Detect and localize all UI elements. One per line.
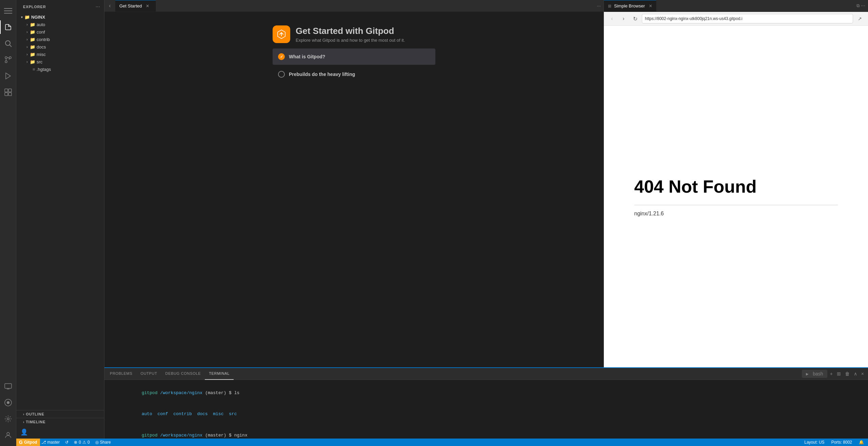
remote-explorer-button[interactable]: [0, 378, 16, 394]
sidebar-header-actions: ···: [96, 4, 100, 10]
terminal-kill-button[interactable]: 🗑: [844, 370, 851, 377]
account-item[interactable]: 👤: [16, 428, 104, 436]
explorer-button[interactable]: [0, 19, 16, 35]
gs-item-prebuilds[interactable]: Prebuilds do the heavy lifting: [273, 66, 435, 82]
errors-button[interactable]: ⊗ 0 ⚠ 0: [73, 440, 91, 445]
tab-debug-console[interactable]: DEBUG CONSOLE: [161, 368, 205, 380]
browser-open-external-button[interactable]: ↗: [855, 14, 865, 23]
tree-item-conf[interactable]: › 📁 conf: [16, 28, 104, 36]
branch-icon: ⎇: [41, 440, 46, 445]
activity-bar: [0, 0, 16, 446]
sidebar-header: Explorer ···: [16, 0, 104, 12]
terminal-body[interactable]: gitpod /workspace/nginx (master) $ ls au…: [104, 380, 868, 439]
terminal-add-button[interactable]: +: [829, 370, 834, 377]
folder-arrow-auto: ›: [24, 23, 30, 26]
account-button[interactable]: [0, 427, 16, 443]
main-layout: Explorer ··· ▾ 📁 NGINX › 📁 auto: [16, 0, 868, 439]
editor-split: ‹ Get Started × ···: [104, 0, 868, 367]
folder-arrow-contrib: ›: [24, 38, 30, 41]
browser-content: 404 Not Found nginx/1.21.6: [604, 26, 868, 367]
terminal-shell-icon: ▶: [805, 371, 810, 376]
svg-line-4: [9, 45, 12, 47]
terminal-user-2: gitpod: [142, 433, 158, 438]
search-button[interactable]: [0, 35, 16, 52]
terminal-user-1: gitpod: [142, 390, 158, 395]
terminal-output-1: auto conf contrib docs misc src: [142, 411, 237, 416]
terminal-path-1: /workspace/nginx: [160, 390, 202, 395]
tree-item-misc[interactable]: › 📁 misc: [16, 51, 104, 58]
gitpod-button[interactable]: [0, 394, 16, 411]
gs-check-prebuilds: [278, 71, 285, 78]
tab-get-started-close[interactable]: ×: [146, 3, 149, 9]
tab-simple-browser[interactable]: ⊞ Simple Browser ×: [604, 0, 656, 12]
share-button[interactable]: ◎ Share: [94, 440, 112, 445]
menu-button[interactable]: [0, 3, 16, 19]
tab-terminal[interactable]: TERMINAL: [205, 368, 234, 380]
terminal-bash-tag[interactable]: ▶ bash: [802, 370, 827, 378]
browser-tab-close[interactable]: ×: [649, 3, 652, 9]
sidebar-more-icon[interactable]: ···: [96, 4, 100, 10]
sync-button[interactable]: ↺: [64, 440, 70, 445]
warnings-count: 0: [87, 440, 90, 445]
get-started-header: Get Started with Gitpod Explore what Git…: [273, 25, 435, 43]
tab-get-started-label: Get Started: [119, 3, 142, 8]
timeline-header[interactable]: › TIMELINE: [16, 418, 104, 426]
settings-button[interactable]: [0, 411, 16, 427]
terminal-line-3: gitpod /workspace/nginx (master) $ nginx: [110, 425, 863, 439]
outline-header[interactable]: › OUTLINE: [16, 410, 104, 418]
gs-label-what-is-gitpod: What is Gitpod?: [289, 54, 325, 59]
folder-arrow-misc: ›: [24, 53, 30, 56]
left-tab-bar: ‹ Get Started × ···: [104, 0, 604, 12]
folder-arrow-conf: ›: [24, 30, 30, 34]
svg-rect-14: [5, 384, 12, 388]
browser-refresh-button[interactable]: ↻: [630, 14, 640, 23]
editor-area: ‹ Get Started × ···: [104, 0, 868, 439]
tree-item-contrib[interactable]: › 📁 contrib: [16, 36, 104, 43]
ports-label[interactable]: Ports: 8002: [830, 440, 853, 445]
get-started-items: What is Gitpod? Prebuilds do the heavy l…: [273, 49, 435, 82]
extensions-button[interactable]: [0, 84, 16, 100]
folder-label-src: src: [37, 59, 42, 64]
svg-point-19: [7, 418, 9, 420]
tree-item-nginx[interactable]: ▾ 📁 NGINX: [16, 13, 104, 21]
get-started-header-text: Get Started with Gitpod Explore what Git…: [296, 26, 405, 43]
run-debug-button[interactable]: [0, 68, 16, 84]
tab-get-started[interactable]: Get Started ×: [115, 0, 156, 12]
collapse-icon: ‹: [109, 3, 111, 9]
tree-item-src[interactable]: › 📁 src: [16, 58, 104, 65]
browser-url-input[interactable]: [642, 14, 853, 23]
browser-back-button[interactable]: ‹: [607, 14, 617, 23]
terminal-split-button[interactable]: ⊞: [835, 370, 842, 377]
split-editor-icon[interactable]: ⧉: [856, 3, 860, 8]
terminal-tabs: PROBLEMS OUTPUT DEBUG CONSOLE TERMINAL ▶: [104, 368, 868, 380]
browser-forward-button[interactable]: ›: [619, 14, 628, 23]
branch-button[interactable]: ⎇ master: [40, 440, 61, 445]
tab-output[interactable]: OUTPUT: [136, 368, 161, 380]
gs-label-prebuilds: Prebuilds do the heavy lifting: [289, 72, 355, 77]
bell-icon[interactable]: 🔔: [857, 440, 865, 445]
tab-debug-console-label: DEBUG CONSOLE: [165, 371, 201, 375]
tree-item-docs[interactable]: › 📁 docs: [16, 43, 104, 51]
terminal-area: PROBLEMS OUTPUT DEBUG CONSOLE TERMINAL ▶: [104, 367, 868, 439]
tab-problems[interactable]: PROBLEMS: [106, 368, 136, 380]
left-pane: ‹ Get Started × ···: [104, 0, 604, 367]
tree-item-auto[interactable]: › 📁 auto: [16, 21, 104, 28]
terminal-close-button[interactable]: ×: [860, 370, 865, 377]
tab-terminal-label: TERMINAL: [209, 371, 230, 375]
gs-check-what-is-gitpod: [278, 53, 285, 60]
status-left: ⎇ master ↺ ⊗ 0 ⚠ 0 ◎ Share: [40, 440, 112, 445]
folder-icon-auto: 📁: [30, 22, 35, 27]
tree-item-hgtags[interactable]: › ≡ .hgtags: [16, 65, 104, 73]
gitpod-status-label: Gitpod: [24, 440, 37, 445]
more-actions-icon[interactable]: ···: [597, 3, 601, 8]
svg-point-5: [5, 57, 7, 59]
folder-label-docs: docs: [37, 44, 46, 50]
gitpod-status-button[interactable]: G Gitpod: [16, 439, 40, 446]
source-control-button[interactable]: [0, 52, 16, 68]
browser-more-icon[interactable]: ···: [861, 3, 865, 9]
terminal-maximize-button[interactable]: ∧: [852, 370, 859, 377]
layout-label[interactable]: Layout: US: [803, 440, 826, 445]
gs-item-what-is-gitpod[interactable]: What is Gitpod?: [273, 49, 435, 65]
collapse-panel-button[interactable]: ‹: [104, 0, 115, 12]
get-started-subtitle: Explore what Gitpod is and how to get th…: [296, 38, 405, 43]
